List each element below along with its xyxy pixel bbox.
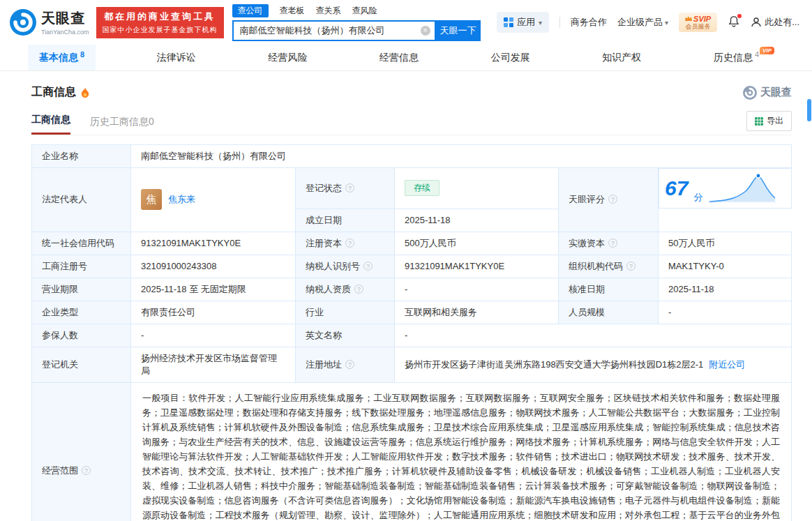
- user-icon: [751, 17, 762, 28]
- org-code-value: MAK1TYKY-0: [659, 255, 792, 278]
- paid-capital-value: 50万人民币: [659, 232, 792, 255]
- help-icon[interactable]: ?: [345, 239, 354, 248]
- company-nav-tabs: 基本信息 8 法律诉讼 经营风险 经营信息 公司发展 知识产权 历史信息 4 V…: [0, 45, 812, 71]
- approval-date-value: 2025-11-18: [659, 278, 792, 301]
- table-row: 营业期限 2025-11-18 至 无固定期限 纳税人资质? - 核准日期 20…: [32, 278, 792, 301]
- banner-line1: 都在用的商业查询工具: [103, 10, 218, 23]
- business-cooperation-link[interactable]: 商务合作: [571, 16, 607, 29]
- top-header: 天眼查 TianYanCha.com 都在用的商业查询工具 国家中小企业发展子基…: [0, 0, 812, 45]
- clear-search-icon[interactable]: ×: [421, 26, 430, 36]
- help-icon[interactable]: ?: [345, 360, 354, 369]
- company-type-value: 有限责任公司: [131, 301, 296, 324]
- legal-rep-avatar[interactable]: 焦: [141, 189, 162, 210]
- tab-intellectual-property[interactable]: 知识产权: [591, 45, 652, 70]
- table-row: 法定代表人 焦 焦东来 登记状态? 存续 天眼评分? 67: [32, 168, 792, 209]
- subtab-business-info[interactable]: 工商信息: [31, 114, 70, 135]
- table-row: 参保人数 - 英文名称 -: [32, 324, 792, 347]
- search-tab-risk[interactable]: 查风险: [352, 5, 377, 17]
- tab-label: 公司发展: [491, 52, 530, 64]
- business-term-value: 2025-11-18 至 无固定期限: [131, 278, 296, 301]
- staff-size-value: -: [659, 301, 792, 324]
- tianyan-score-cell[interactable]: 67 分: [659, 168, 792, 209]
- table-row: 经营范围? 一般项目：软件开发；人工智能行业应用系统集成服务；工业互联网数据服务…: [32, 382, 792, 521]
- field-label: 注册资本: [306, 238, 342, 248]
- field-label: 经营范围: [42, 465, 78, 476]
- vip-badge: VIP: [760, 47, 774, 54]
- watermark-text: 天眼查: [760, 86, 792, 99]
- search-button[interactable]: 天眼一下: [436, 20, 481, 41]
- watermark-logo-icon: [743, 86, 757, 100]
- help-icon[interactable]: ?: [363, 262, 373, 271]
- insured-count-label: 参保人数: [32, 324, 131, 347]
- company-name-value: 南邮低空智能科技（扬州）有限公司: [131, 145, 792, 168]
- tab-basic-info[interactable]: 基本信息 8: [28, 45, 96, 70]
- tab-label: 经营风险: [268, 52, 307, 64]
- tianyancha-logo[interactable]: 天眼查 TianYanCha.com: [10, 9, 89, 36]
- taxpayer-id-value: 91321091MAK1TYKY0E: [395, 255, 559, 278]
- search-tabs: 查公司 查老板 查关系 查风险: [232, 4, 481, 17]
- promo-banner: 都在用的商业查询工具 国家中小企业发展子基金旗下机构: [96, 7, 224, 38]
- tab-business-info[interactable]: 经营信息: [368, 45, 430, 70]
- logo-subtext: TianYanCha.com: [41, 29, 89, 36]
- tianyancha-logo-icon: [10, 9, 36, 36]
- tab-count: 8: [80, 50, 84, 59]
- enterprise-product-link[interactable]: 企业级产品 ▾: [617, 16, 668, 29]
- svip-member-badge[interactable]: SVIP 会员服务: [679, 13, 717, 33]
- tab-company-development[interactable]: 公司发展: [480, 45, 541, 70]
- legal-rep-label: 法定代表人: [32, 168, 131, 232]
- establish-date-value: 2025-11-18: [395, 209, 559, 232]
- table-row: 登记机关 扬州经济技术开发区市场监督管理局 注册地址? 扬州市开发区扬子津街道吴…: [32, 347, 792, 382]
- field-label: 实缴资本: [569, 238, 605, 248]
- field-label: 注册地址: [306, 359, 342, 370]
- nearby-companies-link[interactable]: 附近公司: [709, 359, 745, 370]
- approval-date-label: 核准日期: [559, 278, 659, 301]
- table-row: 企业类型 有限责任公司 行业 互联网和相关服务 人员规模 -: [32, 301, 792, 324]
- notification-bell-icon[interactable]: [728, 15, 740, 30]
- search-tab-relation[interactable]: 查关系: [316, 5, 341, 17]
- tab-legal-proceedings[interactable]: 法律诉讼: [146, 45, 207, 70]
- chevron-down-icon: ▾: [539, 19, 542, 27]
- apps-button[interactable]: 应用 ▾: [497, 12, 549, 33]
- user-account[interactable]: 此处有...: [751, 16, 799, 29]
- business-scope-value: 一般项目：软件开发；人工智能行业应用系统集成服务；工业互联网数据服务；互联网数据…: [131, 382, 792, 521]
- user-text: 此处有...: [765, 16, 799, 29]
- search-tab-boss[interactable]: 查老板: [280, 5, 305, 17]
- business-info-table: 企业名称 南邮低空智能科技（扬州）有限公司 法定代表人 焦 焦东来 登记状态? …: [31, 144, 792, 521]
- taxpayer-quality-label: 纳税人资质?: [296, 278, 395, 301]
- address-label: 注册地址?: [296, 347, 395, 382]
- reg-capital-label: 注册资本?: [296, 232, 395, 255]
- score-unit: 分: [693, 191, 702, 204]
- help-icon[interactable]: ?: [608, 195, 617, 204]
- help-icon[interactable]: ?: [345, 183, 354, 192]
- svip-label: SVIP: [693, 15, 711, 23]
- help-icon[interactable]: ?: [626, 262, 636, 271]
- search-input-wrap: ×: [232, 20, 436, 41]
- export-button[interactable]: 导出: [746, 111, 792, 131]
- industry-label: 行业: [296, 301, 395, 324]
- help-icon[interactable]: ?: [82, 466, 91, 475]
- tab-business-risk[interactable]: 经营风险: [257, 45, 318, 70]
- help-icon[interactable]: ?: [354, 285, 363, 294]
- insured-count-value: -: [131, 324, 296, 347]
- apps-label: 应用: [517, 16, 535, 29]
- subtab-history-business-info[interactable]: 历史工商信息0: [90, 116, 154, 135]
- scrollbar-thumb[interactable]: [807, 99, 811, 121]
- field-label: 登记状态: [306, 183, 342, 193]
- reg-authority-label: 登记机关: [32, 347, 131, 382]
- search-tab-company[interactable]: 查公司: [232, 4, 269, 17]
- reg-status-label: 登记状态?: [296, 168, 395, 209]
- establish-date-label: 成立日期: [296, 209, 395, 232]
- field-label: 纳税人识别号: [306, 261, 360, 271]
- industry-value: 互联网和相关服务: [395, 301, 559, 324]
- english-name-label: 英文名称: [296, 324, 395, 347]
- table-row: 工商注册号 321091000243308 纳税人识别号? 91321091MA…: [32, 255, 792, 278]
- logo-text: 天眼查: [41, 9, 89, 28]
- uscc-label: 统一社会信用代码: [32, 232, 131, 255]
- search-input[interactable]: [240, 25, 421, 36]
- app-grid-icon: [504, 17, 513, 27]
- legal-rep-name-link[interactable]: 焦东来: [168, 193, 195, 206]
- business-term-label: 营业期限: [32, 278, 131, 301]
- reg-authority-value: 扬州经济技术开发区市场监督管理局: [131, 347, 296, 382]
- help-icon[interactable]: ?: [608, 239, 617, 248]
- tab-history-info[interactable]: 历史信息 4 VIP: [702, 45, 770, 70]
